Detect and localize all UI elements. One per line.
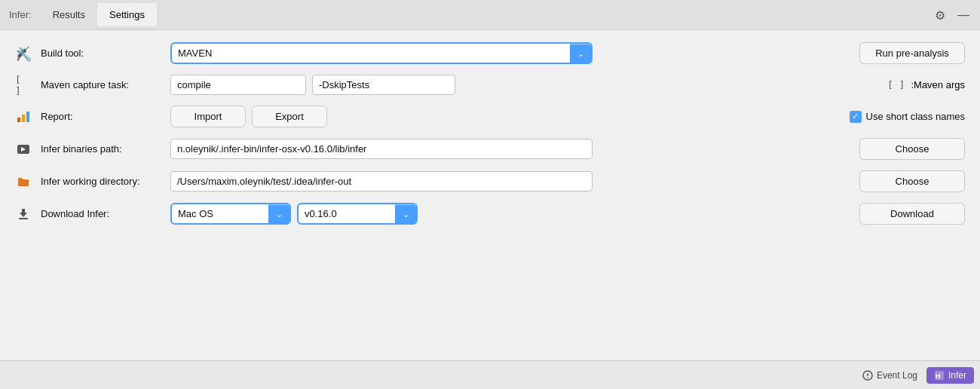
build-tool-right: Run pre-analysis (859, 42, 965, 64)
infer-working-label: Infer working directory: (41, 176, 161, 187)
maven-capture-label: Maven capture task: (41, 79, 161, 90)
download-icon (15, 206, 32, 222)
svg-rect-6 (19, 218, 28, 219)
download-infer-label: Download Infer: (41, 208, 161, 219)
infer-working-path-input[interactable] (170, 171, 593, 191)
svg-text:🔧: 🔧 (16, 47, 32, 62)
download-infer-row: Download Infer: Mac OS Linux ⌄ v0.16.0 v… (15, 203, 965, 225)
svg-rect-2 (22, 115, 25, 122)
infer-binaries-row: Infer binaries path: Choose (15, 138, 965, 160)
build-tool-label: Build tool: (41, 47, 161, 59)
wrench-icon: 🔧 (15, 45, 32, 62)
report-row: Report: Import Export ✓ Use short class … (15, 106, 965, 127)
infer-working-controls (170, 171, 850, 191)
version-select[interactable]: v0.16.0 v0.15.0 v0.14.0 (297, 203, 418, 225)
infer-binaries-right: Choose (859, 138, 965, 160)
os-select-wrapper: Mac OS Linux ⌄ (170, 203, 291, 225)
event-log-icon (862, 370, 873, 381)
app-label: Infer: (6, 9, 41, 20)
event-log-label: Event Log (877, 370, 917, 381)
minus-icon: — (957, 8, 969, 22)
svg-rect-3 (26, 112, 29, 122)
event-log-button[interactable]: Event Log (856, 367, 923, 384)
infer-working-choose-button[interactable]: Choose (859, 170, 965, 192)
settings-content: 🔧 Build tool: MAVEN GRADLE ANT XCODEBUIL… (0, 30, 980, 360)
main-window: Infer: Results Settings ⚙ — 🔧 (0, 0, 980, 389)
bracket-left-icon: [ ] (887, 79, 905, 90)
infer-panel-icon: H (934, 370, 945, 381)
infer-working-right: Choose (859, 170, 965, 192)
download-infer-right: Download (859, 203, 965, 225)
infer-binaries-path-input[interactable] (170, 139, 593, 159)
infer-panel-button[interactable]: H Infer (926, 367, 974, 384)
short-class-names-checkbox[interactable]: ✓ (850, 111, 862, 123)
gear-button[interactable]: ⚙ (933, 6, 947, 23)
svg-text:H: H (936, 372, 941, 380)
tab-bar: Infer: Results Settings ⚙ — (0, 0, 980, 30)
infer-panel-label: Infer (948, 370, 966, 381)
infer-binaries-label: Infer binaries path: (41, 143, 161, 155)
download-button[interactable]: Download (859, 203, 965, 225)
maven-task-input[interactable] (170, 75, 306, 95)
tab-bar-left: Infer: Results Settings (6, 3, 157, 26)
infer-working-row: Infer working directory: Choose (15, 170, 965, 192)
maven-capture-controls (170, 75, 878, 95)
build-tool-select-wrapper: MAVEN GRADLE ANT XCODEBUILD ⌄ (170, 42, 593, 64)
build-tool-controls: MAVEN GRADLE ANT XCODEBUILD ⌄ (170, 42, 850, 64)
svg-marker-7 (20, 209, 27, 217)
export-button[interactable]: Export (252, 106, 327, 127)
import-button[interactable]: Import (170, 106, 246, 127)
minimize-button[interactable]: — (956, 7, 971, 23)
report-label: Report: (41, 111, 161, 122)
build-tool-select[interactable]: MAVEN GRADLE ANT XCODEBUILD (170, 42, 593, 64)
short-class-names-label: Use short class names (866, 111, 966, 122)
os-select[interactable]: Mac OS Linux (170, 203, 291, 225)
gear-icon: ⚙ (935, 8, 945, 22)
version-select-wrapper: v0.16.0 v0.15.0 v0.14.0 ⌄ (297, 203, 418, 225)
svg-point-10 (867, 377, 868, 378)
bottom-bar: Event Log H Infer (0, 360, 980, 389)
svg-rect-1 (17, 118, 20, 122)
short-class-names-wrapper: ✓ Use short class names (850, 111, 966, 123)
tab-results[interactable]: Results (41, 3, 97, 26)
maven-args-input[interactable] (312, 75, 455, 95)
maven-capture-row: [ ] Maven capture task: [ ] :Maven args (15, 75, 965, 95)
maven-args-right: [ ] :Maven args (887, 79, 965, 90)
build-tool-row: 🔧 Build tool: MAVEN GRADLE ANT XCODEBUIL… (15, 42, 965, 64)
infer-bin-icon (15, 141, 32, 158)
tab-settings[interactable]: Settings (97, 3, 157, 26)
report-icon (15, 109, 32, 125)
maven-capture-icon: [ ] (15, 77, 32, 93)
run-preanalysis-button[interactable]: Run pre-analysis (859, 42, 965, 64)
report-controls: Import Export (170, 106, 841, 127)
tab-bar-right: ⚙ — (933, 6, 971, 23)
infer-binaries-choose-button[interactable]: Choose (859, 138, 965, 160)
report-right: ✓ Use short class names (850, 111, 966, 123)
download-infer-controls: Mac OS Linux ⌄ v0.16.0 v0.15.0 v0.14.0 ⌄ (170, 203, 850, 225)
infer-binaries-controls (170, 139, 850, 159)
maven-args-label: :Maven args (911, 79, 965, 90)
folder-icon (15, 173, 32, 190)
